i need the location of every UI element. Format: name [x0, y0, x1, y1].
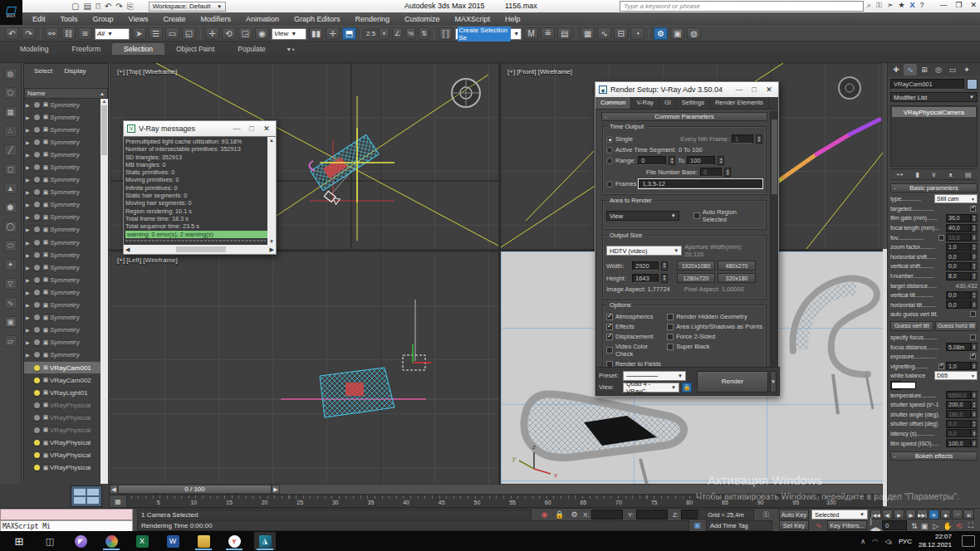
radio-range[interactable] [606, 158, 613, 164]
bulb-icon[interactable] [34, 365, 40, 371]
y-coordinate-field[interactable] [636, 510, 668, 519]
prev-key-icon[interactable]: ◀| [882, 510, 893, 519]
expand-arrow-icon[interactable]: ▶ [26, 327, 32, 333]
minimize-icon[interactable]: — [231, 124, 243, 133]
mirror-icon[interactable]: M [524, 27, 538, 40]
param-field[interactable]: 0,0 [946, 300, 971, 309]
menu-item[interactable]: Rendering [348, 15, 398, 23]
param-checkbox[interactable] [970, 206, 976, 212]
object-name[interactable]: VRayPhysical [50, 402, 91, 409]
expand-arrow-icon[interactable]: ▶ [26, 139, 32, 145]
param-field[interactable]: 0,0 [946, 252, 971, 261]
list-item[interactable]: ▶ ▣ Symmetry [24, 236, 108, 249]
shaded-icon[interactable]: ◆ [940, 510, 951, 519]
bulb-icon[interactable] [34, 290, 40, 295]
material-editor-icon[interactable]: ◔ [630, 27, 644, 40]
param-dropdown[interactable]: Still cam▼ [934, 194, 978, 203]
collapse-icon[interactable]: - [894, 452, 896, 460]
list-item[interactable]: ▶ ▣ Symmetry [24, 261, 108, 274]
sphere-tool-icon[interactable]: ◯ [4, 221, 17, 232]
key-icon[interactable]: ⚿ [760, 510, 772, 519]
expand-arrow-icon[interactable]: ▶ [26, 277, 32, 283]
plane-tool-icon[interactable]: ▱ [4, 335, 17, 347]
bulb-icon[interactable] [34, 127, 40, 133]
select-rotate-icon[interactable]: ⟲ [222, 27, 236, 40]
collapse-icon[interactable]: - [605, 113, 607, 120]
param-field[interactable]: 36,0 [946, 214, 971, 222]
snap-move-icon[interactable]: ✛ [929, 510, 939, 519]
param-spinner[interactable]: ▲▼ [971, 410, 978, 418]
tray-expand-icon[interactable]: ∧ [860, 538, 865, 545]
bulb-icon[interactable] [34, 352, 40, 358]
explorer-menu-item[interactable]: Select [34, 67, 52, 75]
headphones-icon[interactable]: ◠ [952, 510, 963, 519]
excel-icon[interactable]: X [131, 532, 153, 550]
menu-item[interactable]: Create [155, 15, 193, 23]
named-selection-icon[interactable]: ⟦⟧ [439, 27, 453, 40]
object-name[interactable]: Symmetry [50, 239, 80, 246]
save-file-icon[interactable]: ⌼ [96, 2, 100, 11]
file-explorer-icon[interactable] [193, 532, 214, 550]
area-to-render-dropdown[interactable]: View▼ [606, 211, 679, 221]
bulb-icon[interactable] [34, 152, 40, 158]
option-checkbox[interactable] [606, 347, 613, 354]
element-tool-icon[interactable]: ⬢ [4, 202, 17, 213]
render-setup-titlebar[interactable]: ◆ Render Setup: V-Ray Adv 3.50.04 — □ ✕ [595, 82, 778, 97]
word-icon[interactable]: W [162, 532, 184, 550]
bulb-icon[interactable] [34, 102, 40, 108]
add-time-tag[interactable]: Add Time Tag [706, 520, 772, 531]
task-view-icon[interactable]: ◫ [39, 532, 61, 550]
maximize-icon[interactable]: □ [748, 85, 760, 94]
list-item[interactable]: ▶ ▣ VRayPhysical [24, 437, 108, 450]
bulb-icon[interactable] [34, 452, 40, 458]
object-name[interactable]: VRayPhysical [50, 451, 91, 459]
param-dropdown[interactable]: D65▼ [934, 371, 978, 380]
bulb-icon[interactable] [34, 465, 40, 471]
bulb-icon[interactable] [34, 402, 40, 408]
grid-tool-icon[interactable]: ▦ [4, 106, 17, 118]
bulb-icon[interactable] [34, 214, 40, 220]
menu-item[interactable]: Animation [238, 15, 287, 23]
list-item[interactable]: ▶ ▣ Symmetry [24, 149, 108, 161]
param-field[interactable]: 0,0 [946, 429, 971, 437]
selection-mode-dropdown[interactable]: Selected▼ [811, 510, 868, 519]
object-name[interactable]: Symmetry [50, 188, 80, 196]
prev-frame-icon[interactable]: ◀ [110, 485, 118, 494]
isolate-selection-icon[interactable]: ◉ [538, 510, 551, 519]
param-field[interactable]: 100,0 [946, 439, 971, 447]
helix-tool-icon[interactable]: ∿ [4, 297, 17, 309]
mini-curve-editor-icon[interactable]: ▦ [109, 495, 127, 508]
modifier-list-dropdown[interactable]: Modifier List▼ [890, 92, 978, 102]
param-checkbox[interactable] [970, 354, 976, 359]
list-item[interactable]: ▶ ▣ Symmetry [24, 249, 108, 261]
object-name[interactable]: VRayPhysical [50, 439, 91, 446]
param-field[interactable]: 10,0 [946, 233, 971, 241]
absolute-offset-icon[interactable]: ⚙ [568, 510, 581, 519]
manipulate-icon[interactable]: ✛ [326, 27, 340, 40]
object-name[interactable]: Symmetry [50, 339, 80, 346]
option-checkbox[interactable] [667, 314, 674, 320]
language-indicator[interactable]: РУС [899, 538, 912, 545]
maximize-viewport-icon[interactable]: ⛶ [965, 520, 977, 531]
selection-set-dropdown[interactable]: Create Selection Se▼ [455, 28, 522, 40]
object-name[interactable]: Symmetry [50, 314, 80, 321]
render-setup-icon[interactable]: ⚙ [654, 27, 668, 40]
lock-view-icon[interactable]: 🔒 [682, 383, 692, 393]
play-icon[interactable]: ▶ [894, 510, 904, 519]
bulb-icon[interactable] [34, 265, 40, 271]
object-name[interactable]: Symmetry [50, 301, 80, 309]
rect-selection-icon[interactable]: ▭ [165, 27, 179, 40]
resolution-button[interactable]: 1280x720 [677, 273, 715, 283]
select-link-icon[interactable]: ⚯ [45, 27, 59, 40]
keyboard-shortcut-icon[interactable]: ⬒ [342, 27, 356, 40]
bulb-icon[interactable] [34, 202, 40, 207]
ribbon-tab[interactable]: Freeform [61, 43, 112, 55]
minimize-icon[interactable]: — [939, 1, 947, 9]
expand-arrow-icon[interactable]: ▶ [26, 214, 32, 220]
list-item[interactable]: ▶ ▣ VRayCam002 [24, 374, 108, 387]
select-scale-icon[interactable]: ◲ [238, 27, 252, 40]
list-item[interactable]: ▶ ▣ VRayPhysical [24, 462, 108, 475]
bulb-icon[interactable] [34, 189, 40, 195]
tab-hierarchy[interactable]: ⊞ [918, 64, 931, 76]
bulb-icon[interactable] [34, 339, 40, 345]
